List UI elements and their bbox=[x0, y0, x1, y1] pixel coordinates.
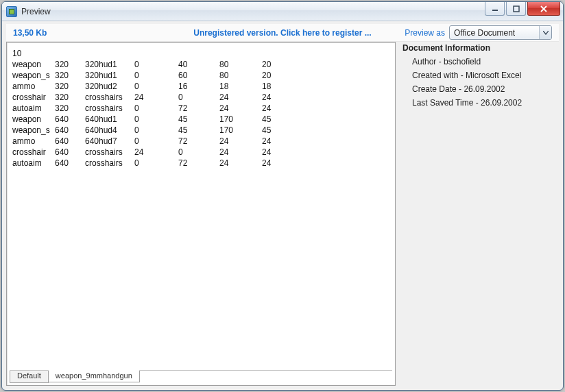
cell: 320hud1 bbox=[85, 70, 134, 81]
cell: ammo bbox=[12, 136, 55, 147]
created-with-label: Created with bbox=[412, 71, 458, 80]
cell: 45 bbox=[178, 125, 219, 136]
created-with-value: Microsoft Excel bbox=[466, 71, 521, 80]
data-header-value: 10 bbox=[12, 48, 21, 59]
app-icon bbox=[6, 6, 17, 17]
cell: 72 bbox=[178, 136, 219, 147]
cell: weapon bbox=[12, 59, 55, 70]
maximize-button[interactable] bbox=[506, 2, 526, 16]
maximize-icon bbox=[513, 5, 520, 12]
cell: 24 bbox=[262, 103, 296, 114]
preview-as-combo[interactable]: Office Document bbox=[449, 25, 552, 40]
create-date-label: Create Date bbox=[412, 84, 457, 94]
cell: crosshairs bbox=[85, 92, 134, 103]
table-row: crosshair640crosshairs2402424 bbox=[12, 147, 392, 158]
cell: 170 bbox=[219, 114, 262, 125]
cell: 24 bbox=[262, 147, 296, 158]
cell: 170 bbox=[219, 125, 262, 136]
window-title: Preview bbox=[21, 7, 51, 16]
cell: crosshair bbox=[12, 147, 55, 158]
window-buttons bbox=[485, 2, 563, 16]
last-saved-value: 26.09.2002 bbox=[481, 98, 522, 108]
cell: 0 bbox=[134, 125, 178, 136]
combo-arrow[interactable] bbox=[539, 26, 551, 39]
cell: 320 bbox=[55, 59, 85, 70]
cell: 0 bbox=[178, 147, 219, 158]
cell: 640 bbox=[55, 125, 85, 136]
sheet-tabs: Defaultweapon_9mmhandgun bbox=[10, 370, 392, 383]
author-label: Author bbox=[412, 57, 436, 66]
cell: crosshairs bbox=[85, 147, 134, 158]
cell: 640 bbox=[55, 114, 85, 125]
create-date-value: 26.09.2002 bbox=[464, 84, 505, 94]
sheet-tab[interactable]: Default bbox=[10, 371, 49, 383]
cell: 20 bbox=[262, 59, 296, 70]
sheet-tab[interactable]: weapon_9mmhandgun bbox=[48, 370, 140, 382]
cell: 24 bbox=[262, 158, 296, 169]
table-row: weapon_s320320hud10608020 bbox=[12, 70, 392, 81]
cell: 24 bbox=[262, 92, 296, 103]
table-row: weapon_s640640hud404517045 bbox=[12, 125, 392, 136]
table-row: weapon640640hud104517045 bbox=[12, 114, 392, 125]
close-button[interactable] bbox=[527, 2, 560, 16]
cell: crosshair bbox=[12, 92, 55, 103]
table-row: ammo320320hud20161818 bbox=[12, 81, 392, 92]
cell: 0 bbox=[134, 81, 178, 92]
cell: 16 bbox=[178, 81, 219, 92]
cell: crosshairs bbox=[85, 158, 134, 169]
cell: 24 bbox=[134, 92, 178, 103]
close-icon bbox=[540, 5, 548, 12]
cell: ammo bbox=[12, 81, 55, 92]
info-bar: 13,50 Kb Unregistered version. Click her… bbox=[6, 24, 559, 42]
cell: 0 bbox=[134, 114, 178, 125]
cell: 0 bbox=[134, 136, 178, 147]
cell: 18 bbox=[262, 81, 296, 92]
cell: 24 bbox=[219, 147, 262, 158]
cell: 0 bbox=[134, 59, 178, 70]
chevron-down-icon bbox=[543, 31, 549, 35]
cell: 640 bbox=[55, 136, 85, 147]
table-row: crosshair320crosshairs2402424 bbox=[12, 92, 392, 103]
last-saved-row: Last Saved Time - 26.09.2002 bbox=[412, 98, 559, 108]
cell: 45 bbox=[262, 125, 296, 136]
preview-as-label: Preview as bbox=[405, 28, 445, 38]
table-row: autoaim320crosshairs0722424 bbox=[12, 103, 392, 114]
cell: 640hud4 bbox=[85, 125, 134, 136]
titlebar[interactable]: Preview bbox=[2, 2, 563, 21]
cell: 320hud2 bbox=[85, 81, 134, 92]
cell: 640 bbox=[55, 147, 85, 158]
cell: 24 bbox=[219, 92, 262, 103]
cell: 640 bbox=[55, 158, 85, 169]
minimize-button[interactable] bbox=[485, 2, 505, 16]
cell: 40 bbox=[178, 59, 219, 70]
cell: 24 bbox=[219, 103, 262, 114]
svg-rect-0 bbox=[492, 10, 498, 11]
data-area: 10 weapon320320hud10408020weapon_s320320… bbox=[12, 48, 392, 367]
cell: 0 bbox=[134, 158, 178, 169]
preview-as-value: Office Document bbox=[454, 28, 515, 38]
cell: 0 bbox=[178, 92, 219, 103]
cell: 24 bbox=[219, 136, 262, 147]
document-info-pane: Document Information Author - bschofield… bbox=[400, 42, 559, 386]
cell: 72 bbox=[178, 103, 219, 114]
cell: 60 bbox=[178, 70, 219, 81]
cell: 24 bbox=[134, 147, 178, 158]
document-info-heading: Document Information bbox=[402, 43, 559, 53]
created-with-row: Created with - Microsoft Excel bbox=[412, 71, 559, 80]
create-date-row: Create Date - 26.09.2002 bbox=[412, 84, 559, 94]
cell: 45 bbox=[178, 114, 219, 125]
cell: 72 bbox=[178, 158, 219, 169]
cell: autoaim bbox=[12, 103, 55, 114]
cell: weapon_s bbox=[12, 125, 55, 136]
cell: 640hud7 bbox=[85, 136, 134, 147]
cell: 0 bbox=[134, 103, 178, 114]
cell: 18 bbox=[219, 81, 262, 92]
cell: 20 bbox=[262, 70, 296, 81]
minimize-icon bbox=[492, 5, 498, 12]
cell: crosshairs bbox=[85, 103, 134, 114]
svg-rect-1 bbox=[514, 6, 519, 12]
author-row: Author - bschofield bbox=[412, 57, 559, 66]
author-value: bschofield bbox=[444, 57, 481, 66]
cell: 24 bbox=[219, 158, 262, 169]
data-header: 10 bbox=[12, 48, 392, 59]
